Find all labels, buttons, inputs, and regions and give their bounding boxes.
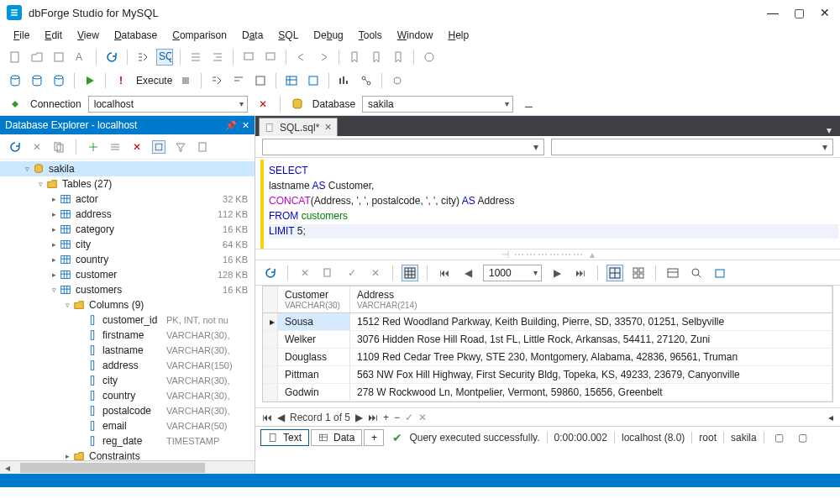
format-button[interactable]: A: [72, 49, 89, 66]
menu-edit[interactable]: Edit: [38, 27, 69, 44]
new-button[interactable]: [7, 49, 24, 66]
explorer-filter-icon[interactable]: [174, 140, 187, 154]
menu-comparison[interactable]: Comparison: [165, 27, 234, 44]
tree-tables-folder[interactable]: ▿Tables (27): [0, 176, 255, 192]
explorer-scrollbar[interactable]: ◂: [0, 460, 255, 474]
exec-to-cursor-button[interactable]: [230, 72, 247, 89]
pager-prev[interactable]: ◀: [277, 412, 285, 423]
sql-editor[interactable]: SELECT lastname AS Customer, CONCAT(Addr…: [260, 160, 838, 249]
disconnect-button[interactable]: ✕: [255, 96, 271, 113]
uncomment-button[interactable]: [262, 49, 279, 66]
nav-first-icon[interactable]: ⏮: [436, 265, 453, 281]
menu-view[interactable]: View: [71, 27, 106, 44]
tree-columns-folder[interactable]: ▿Columns (9): [0, 297, 255, 312]
tab-sql[interactable]: SQL.sql* ✕: [259, 118, 338, 136]
tree-table-node[interactable]: ▸address112 KB: [0, 207, 255, 222]
pager-add[interactable]: +: [383, 412, 389, 423]
column-header-address[interactable]: AddressVARCHAR(214): [350, 286, 832, 312]
exec-current-button[interactable]: [208, 72, 225, 89]
db-button-2[interactable]: [29, 72, 45, 89]
tree-table-node[interactable]: ▿customers16 KB: [0, 282, 255, 297]
explorer-newconn-icon[interactable]: [87, 140, 100, 154]
pager-cancel[interactable]: ✕: [418, 412, 427, 423]
export-icon[interactable]: [711, 265, 728, 281]
column-header-customer[interactable]: CustomerVARCHAR(30): [278, 286, 350, 312]
undo-button[interactable]: [293, 49, 310, 66]
menu-file[interactable]: File: [7, 27, 36, 44]
table-row[interactable]: Pittman563 NW Fox Hill Highway, First Se…: [263, 366, 832, 384]
pager-scroll-left[interactable]: ◂: [828, 412, 833, 423]
tree-column-node[interactable]: emailVARCHAR(50): [0, 418, 255, 433]
nav-last-icon[interactable]: ⏭: [572, 265, 589, 281]
open-button[interactable]: [29, 49, 45, 66]
menu-help[interactable]: Help: [441, 27, 475, 44]
nav-next-icon[interactable]: ▶: [549, 265, 565, 281]
object-combo-1[interactable]: [262, 139, 544, 155]
splitter[interactable]: ⊣⋯⋯⋯⋯⋯⋯▴: [255, 249, 840, 260]
explorer-expand-icon[interactable]: [108, 140, 122, 154]
pager-first[interactable]: ⏮: [262, 412, 272, 423]
tree-column-node[interactable]: postalcodeVARCHAR(30),: [0, 403, 255, 418]
tree-table-node[interactable]: ▸city64 KB: [0, 237, 255, 252]
status-tab-text[interactable]: Text: [260, 429, 309, 446]
minimize-button[interactable]: —: [767, 6, 779, 19]
connection-icon[interactable]: [7, 96, 24, 113]
results-check-icon[interactable]: ✓: [344, 265, 360, 281]
tree-column-node[interactable]: countryVARCHAR(30),: [0, 388, 255, 403]
sql-mode-button[interactable]: SQL: [156, 49, 173, 66]
tree-table-node[interactable]: ▸customer128 KB: [0, 267, 255, 282]
pager-remove[interactable]: −: [394, 412, 400, 423]
tab-close-icon[interactable]: ✕: [324, 122, 332, 133]
table-row[interactable]: ▸Sousa1512 Red Woodland Parkway, Keith B…: [263, 313, 832, 331]
step-button[interactable]: [134, 49, 151, 66]
profile-button[interactable]: [336, 72, 353, 89]
view-pivot-icon[interactable]: [664, 265, 681, 281]
db-button-1[interactable]: [7, 72, 24, 89]
maximize-button[interactable]: ▢: [794, 6, 805, 19]
db-button-3[interactable]: [50, 72, 67, 89]
status-restore-icon[interactable]: ▢: [795, 429, 811, 446]
tree-column-node[interactable]: firstnameVARCHAR(30),: [0, 328, 255, 343]
tree-column-node[interactable]: addressVARCHAR(150): [0, 358, 255, 373]
plan-button[interactable]: [358, 72, 375, 89]
connection-dropdown[interactable]: localhost: [88, 96, 248, 113]
table-row[interactable]: Welker3076 Hidden Rose Hill Road, 1st FL…: [263, 331, 832, 349]
explorer-view-icon[interactable]: [152, 140, 165, 154]
db-options-button[interactable]: ⚊: [520, 96, 537, 113]
exec-selection-button[interactable]: [252, 72, 269, 89]
pager-next[interactable]: ▶: [355, 412, 363, 423]
explorer-script-icon[interactable]: [196, 140, 209, 154]
explorer-pin-button[interactable]: 📌: [225, 120, 237, 131]
database-dropdown[interactable]: sakila: [362, 96, 513, 113]
save-button[interactable]: [50, 49, 67, 66]
next-bookmark-button[interactable]: [368, 49, 385, 66]
menu-data[interactable]: Data: [235, 27, 270, 44]
results-refresh-icon[interactable]: [262, 265, 279, 281]
prev-bookmark-button[interactable]: [390, 49, 407, 66]
settings-button[interactable]: [389, 72, 406, 89]
results-copy-icon[interactable]: [320, 265, 337, 281]
card-view-button[interactable]: [305, 72, 322, 89]
menu-tools[interactable]: Tools: [352, 27, 389, 44]
redo-button[interactable]: [315, 49, 332, 66]
pager-commit[interactable]: ✓: [405, 412, 413, 423]
page-size-combo[interactable]: 1000: [483, 265, 542, 281]
tree-table-node[interactable]: ▸category16 KB: [0, 222, 255, 237]
tree-column-node[interactable]: cityVARCHAR(30),: [0, 373, 255, 388]
menu-database[interactable]: Database: [108, 27, 164, 44]
object-combo-2[interactable]: [551, 139, 833, 155]
execute-label[interactable]: Execute: [136, 75, 172, 87]
explorer-delete-icon[interactable]: ✕: [30, 140, 44, 154]
misc-button[interactable]: [421, 49, 438, 66]
tree-db-node[interactable]: ▿sakila: [0, 161, 255, 176]
bookmark-button[interactable]: [346, 49, 363, 66]
explorer-collapse-icon[interactable]: ✕: [130, 140, 144, 154]
outdent-button[interactable]: [209, 49, 226, 66]
menu-debug[interactable]: Debug: [307, 27, 349, 44]
tree-column-node[interactable]: customer_idPK, INT, not nu: [0, 312, 255, 328]
view-card-icon[interactable]: [630, 265, 647, 281]
results-cancel-icon[interactable]: ✕: [297, 265, 313, 281]
close-button[interactable]: ✕: [820, 6, 830, 19]
grid-view-button[interactable]: [283, 72, 300, 89]
tree-constraints-folder[interactable]: ▸Constraints: [0, 449, 255, 460]
